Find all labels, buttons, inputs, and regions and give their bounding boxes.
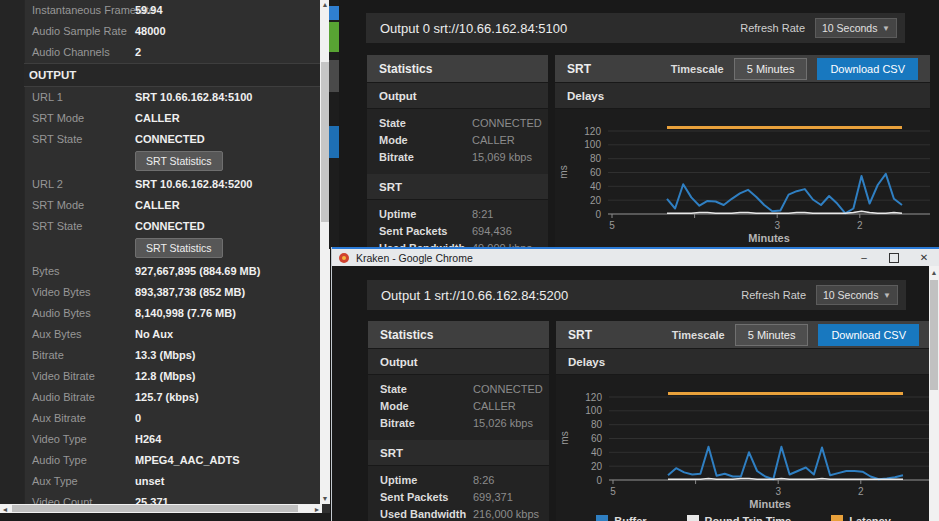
output-subheader: Output (367, 83, 548, 109)
svg-text:100: 100 (584, 139, 601, 150)
detail-row: Audio Bitrate 125.7 (kbps) (24, 387, 320, 408)
stat-row: State CONNECTED (368, 381, 549, 398)
minimize-button[interactable]: – (849, 249, 879, 266)
detail-row: Bytes 927,667,895 (884.69 MB) (24, 261, 320, 282)
svg-text:100: 100 (585, 405, 602, 416)
svg-text:5: 5 (610, 486, 616, 497)
close-button[interactable]: ✕ (909, 249, 939, 266)
output1-content: Output 1 srt://10.66.162.84:5200 Refresh… (332, 266, 939, 521)
timescale-button[interactable]: 5 Minutes (735, 324, 809, 346)
stat-value: CALLER (473, 400, 516, 412)
row-label: SRT State (32, 220, 82, 232)
statistics-panel: Statistics Output State CONNECTED Mode C… (367, 55, 548, 249)
detail-row: Audio Type MPEG4_AAC_ADTS (24, 450, 320, 471)
refresh-rate-group: Refresh Rate 10 Seconds ▼ (740, 18, 905, 38)
row-label: Aux Type (32, 475, 78, 487)
svg-text:0: 0 (596, 475, 602, 486)
scrollbar-thumb[interactable] (12, 505, 298, 512)
stat-label: State (379, 117, 406, 129)
kraken-favicon-icon (339, 253, 349, 263)
chrome-window-controls: – ✕ (849, 249, 939, 266)
statistics-panel: Statistics Output State CONNECTED Mode C… (368, 321, 549, 521)
row-label: Video Count (32, 496, 92, 504)
scroll-up-icon[interactable]: ▲ (929, 268, 939, 278)
output0-content: Output 0 srt://10.66.162.84:5100 Refresh… (339, 0, 939, 249)
timescale-label: Timescale (672, 329, 725, 341)
svg-text:ms: ms (559, 431, 570, 444)
detail-row: Video Type H264 (24, 429, 320, 450)
refresh-rate-label: Refresh Rate (740, 22, 805, 34)
detail-row: Instantaneous Framerate 59.94 (24, 0, 320, 21)
scrollbar-thumb[interactable] (321, 62, 329, 222)
svg-text:ms: ms (558, 165, 569, 178)
maximize-button[interactable] (879, 249, 909, 266)
detail-row: Audio Bytes 8,140,998 (7.76 MB) (24, 303, 320, 324)
legend-swatch (831, 515, 843, 521)
output-stats: State CONNECTED Mode CALLER Bitrate 15,0… (367, 109, 548, 174)
chevron-down-icon: ▼ (882, 24, 890, 33)
stat-label: Used Bandwidth (380, 508, 466, 520)
srt-panel-controls: Timescale 5 Minutes Download CSV (671, 58, 918, 80)
vertical-scrollbar[interactable]: ▲ (929, 266, 939, 521)
row-value: No Aux (135, 328, 173, 340)
svg-text:20: 20 (591, 461, 603, 472)
output0-title: Output 0 srt://10.66.162.84:5100 (366, 21, 567, 36)
svg-text:Minutes: Minutes (749, 498, 791, 510)
horizontal-scrollbar[interactable]: ◄ ► (0, 504, 322, 513)
srt-statistics-button-2[interactable]: SRT Statistics (135, 238, 223, 258)
stat-value: 699,371 (473, 491, 513, 503)
row-label: Aux Bitrate (32, 412, 86, 424)
svg-text:80: 80 (590, 153, 602, 164)
row-value: 0 (135, 412, 141, 424)
row-value: 2 (135, 46, 141, 58)
row-value: 927,667,895 (884.69 MB) (135, 265, 260, 277)
download-csv-button[interactable]: Download CSV (817, 58, 918, 80)
delays-title: Delays (567, 90, 604, 102)
row-label: Audio Type (32, 454, 87, 466)
row-label: Audio Bitrate (32, 391, 95, 403)
stat-row: Bitrate 15,026 kbps (368, 415, 549, 432)
row-label: URL 1 (32, 91, 63, 103)
scrollbar-thumb[interactable] (930, 280, 938, 390)
output-stats: State CONNECTED Mode CALLER Bitrate 15,0… (368, 375, 549, 440)
background-fragment-gray (329, 60, 339, 92)
statistics-title: Statistics (379, 62, 432, 76)
refresh-rate-value: 10 Seconds (823, 289, 878, 301)
srt-chart-panel: SRT Timescale 5 Minutes Download CSV Del… (555, 55, 930, 249)
delays-subheader: Delays (555, 83, 930, 109)
refresh-rate-group: Refresh Rate 10 Seconds ▼ (741, 285, 906, 305)
stream-details-window: Instantaneous Framerate 59.94 Audio Samp… (0, 0, 330, 521)
srt-subheader-label: SRT (380, 447, 403, 459)
timescale-button[interactable]: 5 Minutes (734, 58, 808, 80)
refresh-rate-dropdown[interactable]: 10 Seconds ▼ (816, 285, 898, 305)
stat-label: State (380, 383, 407, 395)
button-row: SRT Statistics (24, 237, 320, 261)
scroll-down-icon[interactable]: ▼ (320, 494, 330, 504)
refresh-rate-dropdown[interactable]: 10 Seconds ▼ (815, 18, 897, 38)
detail-row: Audio Sample Rate 48000 (24, 21, 320, 42)
svg-text:5: 5 (609, 220, 615, 231)
stat-row: Used Bandwidth 216,000 kbps (368, 506, 549, 521)
srt-statistics-button-1[interactable]: SRT Statistics (135, 151, 223, 171)
refresh-rate-value: 10 Seconds (822, 22, 877, 34)
row-label: SRT Mode (32, 199, 84, 211)
detail-row: Aux Bitrate 0 (24, 408, 320, 429)
row-label: URL 2 (32, 178, 63, 190)
output1-window: Kraken - Google Chrome – ✕ Output 1 srt:… (331, 247, 939, 521)
row-value: CALLER (135, 112, 180, 124)
stat-value: 8:26 (473, 474, 494, 486)
download-csv-button[interactable]: Download CSV (818, 324, 919, 346)
detail-row: URL 2 SRT 10.66.162.84:5200 (24, 174, 320, 195)
legend-swatch (596, 515, 608, 521)
details-list: Instantaneous Framerate 59.94 Audio Samp… (24, 0, 320, 504)
svg-text:60: 60 (591, 433, 603, 444)
stat-row: Mode CALLER (367, 132, 548, 149)
maximize-icon (889, 253, 899, 263)
srt-subheader: SRT (367, 174, 548, 200)
row-value: 25,371 (135, 496, 169, 504)
row-label: Video Type (32, 433, 87, 445)
row-value: 8,140,998 (7.76 MB) (135, 307, 236, 319)
chart-legend: BufferRound Trip TimeLatency (556, 515, 931, 521)
row-value: CONNECTED (135, 220, 205, 232)
svg-text:2: 2 (858, 486, 864, 497)
